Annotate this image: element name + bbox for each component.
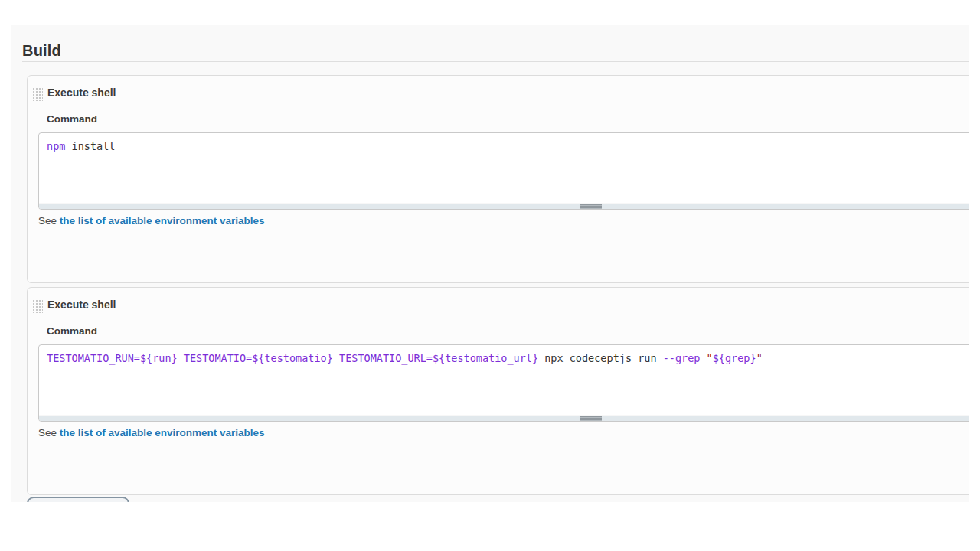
code-token: npm	[47, 140, 65, 152]
editor-resize-handle-icon[interactable]	[580, 204, 602, 210]
code-token	[700, 352, 706, 364]
drag-handle-icon[interactable]	[31, 298, 43, 313]
add-build-step-button[interactable]	[27, 497, 129, 502]
build-step-title: Execute shell	[47, 86, 116, 99]
command-label: Command	[47, 113, 97, 125]
code-token: --grep	[663, 352, 701, 364]
command-editor[interactable]: TESTOMATIO_RUN=${run} TESTOMATIO=${testo…	[38, 344, 969, 422]
code-token: "	[707, 352, 713, 364]
page-canvas: Build Execute shell Command npm install …	[0, 0, 980, 551]
editor-resize-handle-icon[interactable]	[580, 416, 602, 422]
build-step-title: Execute shell	[47, 298, 116, 311]
environment-variables-link[interactable]: the list of available environment variab…	[60, 427, 265, 439]
env-hint-prefix: See	[38, 215, 60, 227]
env-variables-hint: See the list of available environment va…	[38, 215, 265, 227]
env-hint-prefix: See	[38, 427, 60, 439]
drag-handle-icon[interactable]	[31, 86, 43, 101]
jenkins-build-config-panel: Build Execute shell Command npm install …	[11, 25, 969, 502]
editor-horizontal-scrollbar[interactable]	[39, 203, 969, 210]
code-token: "	[756, 352, 763, 364]
command-code[interactable]: npm install	[39, 133, 969, 203]
command-code[interactable]: TESTOMATIO_RUN=${run} TESTOMATIO=${testo…	[39, 345, 969, 415]
section-title: Build	[22, 42, 61, 60]
environment-variables-link[interactable]: the list of available environment variab…	[60, 215, 265, 227]
env-variables-hint: See the list of available environment va…	[38, 427, 265, 439]
section-divider	[22, 61, 969, 62]
code-token: npx codeceptjs run	[538, 352, 663, 364]
code-token: ${grep}	[713, 352, 756, 364]
command-editor[interactable]: npm install	[38, 132, 969, 210]
command-label: Command	[47, 325, 97, 337]
code-token: TESTOMATIO_RUN=${run} TESTOMATIO=${testo…	[47, 352, 538, 364]
build-step-card: Execute shell Command TESTOMATIO_RUN=${r…	[27, 287, 969, 495]
code-token: install	[65, 140, 115, 152]
build-step-card: Execute shell Command npm install See th…	[27, 75, 969, 283]
editor-horizontal-scrollbar[interactable]	[39, 415, 969, 422]
